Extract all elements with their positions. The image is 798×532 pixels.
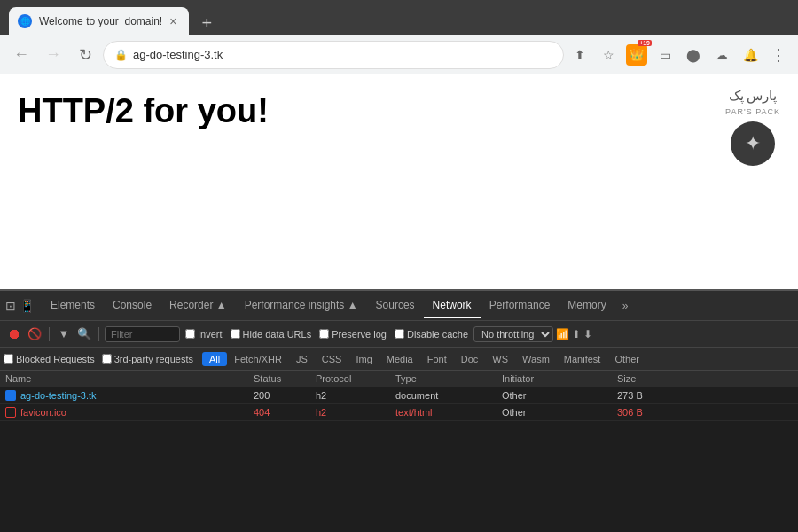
back-button[interactable]: ← (7, 41, 35, 69)
more-menu-button[interactable]: ⋮ (766, 43, 791, 67)
hide-data-checkbox-label[interactable]: Hide data URLs (231, 329, 312, 340)
col-header-name[interactable]: Name (5, 373, 254, 384)
filter-input[interactable] (105, 326, 180, 342)
blocked-requests-label[interactable]: Blocked Requests (4, 354, 95, 364)
row-link-error[interactable]: favicon.ico (20, 407, 66, 418)
logo-text: پارس پک (729, 88, 778, 104)
extension-button-4[interactable]: ☁ (709, 43, 734, 67)
share-button[interactable]: ⬆ (567, 43, 592, 67)
extension-button-3[interactable]: ⬤ (681, 43, 706, 67)
filter-button[interactable]: ▼ (55, 325, 73, 343)
toolbar-separator-1 (49, 327, 50, 341)
invert-checkbox[interactable] (185, 329, 195, 339)
bookmark-button[interactable]: ☆ (596, 43, 621, 67)
third-party-label[interactable]: 3rd-party requests (102, 354, 193, 364)
invert-checkbox-label[interactable]: Invert (185, 329, 223, 340)
col-header-initiator[interactable]: Initiator (502, 373, 617, 384)
record-button[interactable]: ⏺ (5, 325, 23, 343)
chip-media[interactable]: Media (379, 352, 420, 366)
row-name-cell-2: favicon.ico (5, 407, 254, 418)
throttle-select[interactable]: No throttling (473, 326, 553, 342)
chip-font[interactable]: Font (420, 352, 454, 366)
lock-icon: 🔒 (114, 49, 128, 61)
row-initiator: Other (502, 390, 617, 401)
disable-cache-checkbox[interactable] (395, 329, 404, 339)
chip-all[interactable]: All (202, 352, 227, 366)
upload-throttle-button[interactable]: ⬆ (572, 328, 581, 340)
row-size: 273 B (617, 390, 688, 401)
disable-cache-label[interactable]: Disable cache (395, 329, 468, 340)
device-icon[interactable]: 📱 (20, 299, 35, 313)
hide-data-label: Hide data URLs (243, 329, 312, 340)
tab-recorder[interactable]: Recorder ▲ (160, 293, 236, 318)
hide-data-checkbox[interactable] (231, 329, 240, 339)
chip-img[interactable]: Img (348, 352, 379, 366)
inspect-icon[interactable]: ⊡ (5, 299, 16, 313)
tab-elements[interactable]: Elements (42, 293, 104, 318)
invert-label: Invert (198, 329, 223, 340)
tab-close-icon[interactable]: × (169, 14, 176, 28)
browser-chrome: 🌐 Welcome to your_domain! × + (0, 0, 798, 35)
third-party-checkbox[interactable] (102, 354, 112, 364)
forward-button[interactable]: → (39, 41, 67, 69)
col-header-protocol[interactable]: Protocol (316, 373, 395, 384)
nav-bar: ← → ↻ 🔒 ag-do-testing-3.tk ⬆ ☆ 👑 +19 ▭ ⬤… (0, 35, 798, 74)
row-link[interactable]: ag-do-testing-3.tk (20, 390, 97, 401)
row-status-err: 404 (254, 407, 316, 418)
logo: پارس پک PAR'S PACK ✦ (725, 88, 780, 166)
chip-wasm[interactable]: Wasm (515, 352, 557, 366)
chip-fetch-xhr[interactable]: Fetch/XHR (227, 352, 289, 366)
preserve-log-label[interactable]: Preserve log (319, 329, 387, 340)
toolbar-separator-2 (98, 327, 99, 341)
search-button[interactable]: 🔍 (75, 325, 93, 343)
row-protocol-err: h2 (316, 407, 395, 418)
tab-network[interactable]: Network (424, 293, 481, 318)
extension-button-2[interactable]: ▭ (653, 43, 677, 67)
row-type: document (395, 390, 502, 401)
address-bar[interactable]: 🔒 ag-do-testing-3.tk (103, 41, 564, 69)
wifi-button[interactable]: 📶 (556, 328, 569, 340)
col-header-status[interactable]: Status (254, 373, 316, 384)
logo-subtext: PAR'S PACK (725, 107, 780, 116)
tab-performance-insights[interactable]: Performance insights ▲ (236, 293, 367, 318)
blocked-requests-checkbox[interactable] (4, 354, 13, 364)
clear-button[interactable]: 🚫 (26, 325, 43, 343)
row-type-err: text/html (395, 407, 502, 418)
preserve-log-text: Preserve log (332, 329, 387, 340)
tab[interactable]: 🌐 Welcome to your_domain! × (9, 7, 189, 35)
tab-performance[interactable]: Performance (481, 293, 559, 318)
devtools: ⊡ 📱 Elements Console Recorder ▲ Performa… (0, 289, 798, 532)
preserve-log-checkbox[interactable] (319, 329, 329, 339)
chip-css[interactable]: CSS (315, 352, 349, 366)
download-throttle-button[interactable]: ⬇ (583, 328, 592, 340)
address-text: ag-do-testing-3.tk (133, 48, 552, 61)
extension-icon[interactable]: 👑 +19 (626, 44, 647, 66)
logo-icon: ✦ (731, 121, 775, 166)
row-icon-blue (5, 390, 16, 401)
chip-doc[interactable]: Doc (454, 352, 486, 366)
row-protocol: h2 (316, 390, 395, 401)
tab-sources[interactable]: Sources (367, 293, 424, 318)
tab-memory[interactable]: Memory (559, 293, 614, 318)
extension-button-5[interactable]: 🔔 (738, 43, 763, 67)
row-icon-red (5, 407, 16, 418)
table-row: favicon.ico 404 h2 text/html Other 306 B (0, 404, 798, 421)
reload-button[interactable]: ↻ (71, 41, 99, 69)
page-title: HTTP/2 for you! (18, 92, 780, 130)
col-header-size[interactable]: Size (617, 373, 688, 384)
chip-manifest[interactable]: Manifest (557, 352, 608, 366)
chip-other[interactable]: Other (607, 352, 646, 366)
new-tab-button[interactable]: + (194, 11, 219, 35)
chip-ws[interactable]: WS (485, 352, 515, 366)
row-size-err: 306 B (617, 407, 688, 418)
col-header-type[interactable]: Type (395, 373, 502, 384)
filter-chip-bar: Blocked Requests 3rd-party requests All … (0, 348, 798, 371)
chip-js[interactable]: JS (289, 352, 315, 366)
tab-more[interactable]: » (615, 294, 636, 317)
page-content: HTTP/2 for you! پارس پک PAR'S PACK ✦ (0, 74, 798, 289)
tab-console[interactable]: Console (104, 293, 160, 318)
row-status-ok: 200 (254, 390, 316, 401)
tab-title: Welcome to your_domain! (39, 15, 162, 27)
devtools-panel-icons: ⊡ 📱 (5, 299, 35, 313)
row-initiator-2: Other (502, 407, 617, 418)
